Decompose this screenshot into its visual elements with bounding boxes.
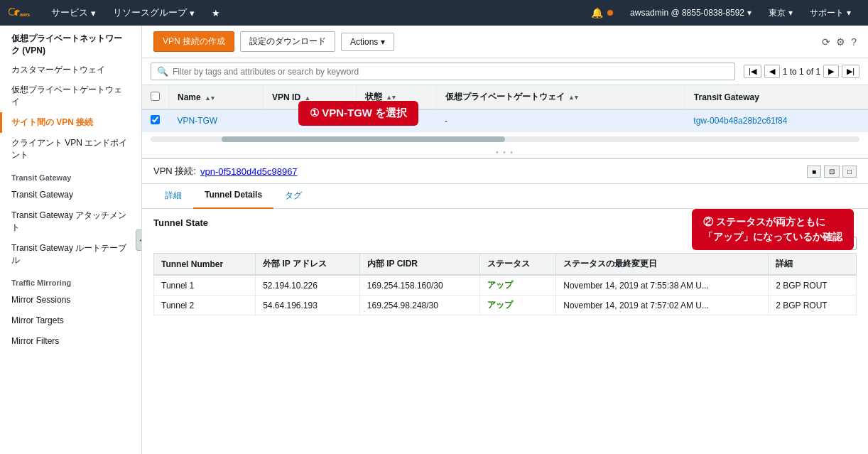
tunnel-status: アップ [480,275,556,296]
page-next-btn[interactable]: ▶ [823,65,839,78]
tab-tunnel-details[interactable]: Tunnel Details [193,184,273,209]
nav-region[interactable]: 東京 ▾ [760,0,801,26]
nav-bookmark[interactable]: ★ [203,0,229,26]
tgw-link[interactable]: tgw-004b48a28b2c61f84 [693,116,787,126]
inner-col-status: ステータス [480,254,556,276]
panel-btn-1[interactable]: ■ [807,166,821,178]
vpn-table: Name ▲▾ VPN ID ▲ 状態 ▲▾ [142,85,868,132]
tunnel-table: Tunnel Number 外部 IP アドレス 内部 IP CIDR ステータ… [153,253,857,315]
row-checkbox[interactable] [151,115,160,124]
inner-table-wrap: |◀ ◀ 1 to 2 of 2 ▶ ▶| Tunnel Number 外部 I… [153,234,857,315]
tunnel-number: Tunnel 1 [154,275,256,296]
tunnel-int-cidr: 169.254.158.160/30 [359,275,479,296]
toolbar: VPN 接続の作成 設定のダウンロード Actions ▾ ⟳ ⚙ ? [142,26,868,58]
tunnel-number: Tunnel 2 [154,296,256,315]
hscroll-area [142,132,868,146]
download-config-btn[interactable]: 設定のダウンロード [240,31,335,52]
tunnel-detail: 2 BGP ROUT [769,296,857,315]
sidebar-item-mirror-targets[interactable]: Mirror Targets [0,310,141,331]
inner-col-int-cidr: 内部 IP CIDR [359,254,479,276]
inner-page-last[interactable]: ▶| [839,237,857,250]
page-first-btn[interactable]: |◀ [744,65,761,78]
search-pagination: |◀ ◀ 1 to 1 of 1 ▶ ▶| [744,65,859,78]
nav-user[interactable]: awsadmin @ 8855-0838-8592 ▾ [622,0,760,26]
panel-tabs: 詳細 Tunnel Details タグ [142,184,868,209]
sidebar-item-mirror-sessions[interactable]: Mirror Sessions [0,290,141,310]
nav-services[interactable]: サービス ▾ [43,0,104,26]
nav-resource-groups[interactable]: リソースグループ ▾ [104,0,203,26]
inner-pagination: |◀ ◀ 1 to 2 of 2 ▶ ▶| [153,234,857,253]
sidebar-item-vpg[interactable]: 仮想プライベートゲートウェイ [0,80,141,112]
settings-icon[interactable]: ⚙ [836,36,845,48]
tunnel-int-cidr: 169.254.98.248/30 [359,296,479,315]
tunnel-status: アップ [480,296,556,315]
col-tgw: Transit Gateway [685,85,868,109]
panel-btn-2[interactable]: ⊡ [824,166,840,178]
tunnel-row[interactable]: Tunnel 1 52.194.10.226 169.254.158.160/3… [154,275,857,296]
sidebar-item-tgw-attach[interactable]: Transit Gateway アタッチメント [0,205,141,238]
inner-page-next[interactable]: ▶ [820,237,836,250]
vpn-id-link[interactable]: vpn-0f5180d4d5c98967 [200,166,298,177]
refresh-icon[interactable]: ⟳ [822,36,830,48]
create-vpn-btn[interactable]: VPN 接続の作成 [153,31,234,52]
actions-btn[interactable]: Actions ▾ [341,33,394,51]
sidebar-collapse-btn[interactable]: ◀ [136,229,142,251]
inner-page-first[interactable]: |◀ [741,237,759,250]
nav-support[interactable]: サポート ▾ [801,0,859,26]
svg-text:aws: aws [20,11,30,18]
sidebar-item-tgw[interactable]: Transit Gateway [0,185,141,205]
status-sort-icon: ▲▾ [386,94,396,101]
page-prev-btn[interactable]: ◀ [764,65,780,78]
name-sort-icon: ▲▾ [205,94,215,102]
drag-handle[interactable]: • • • [142,146,868,158]
search-input-wrap: 🔍 [151,63,735,80]
tunnel-last-changed: November 14, 2019 at 7:55:38 AM U... [556,275,769,296]
help-icon[interactable]: ? [851,36,857,48]
sidebar-tgw-title: Transit Gateway [0,165,141,185]
col-vpn-id: VPN ID ▲ [264,85,357,109]
bottom-panel-header: VPN 接続: vpn-0f5180d4d5c98967 ■ ⊡ □ [142,159,868,184]
sidebar-mirror-title: Traffic Mirroring [0,270,141,290]
cell-vpg: - [436,109,685,132]
search-icon: 🔍 [157,66,168,77]
app-layout: ◀ 仮想プライベートネットワーク (VPN) カスタマーゲートウェイ 仮想プライ… [0,26,868,454]
cell-vpn-id [264,109,357,132]
sidebar-item-tgw-route[interactable]: Transit Gateway ルートテーブル [0,238,141,271]
page-last-btn[interactable]: ▶| [842,65,859,78]
panel-content: Tunnel State |◀ ◀ 1 to 2 of 2 ▶ ▶| Tunne… [142,209,868,454]
tunnel-ext-ip: 54.64.196.193 [256,296,360,315]
tunnel-detail: 2 BGP ROUT [769,275,857,296]
sidebar-item-client-vpn[interactable]: クライアント VPN エンドポイント [0,133,141,166]
sidebar: ◀ 仮想プライベートネットワーク (VPN) カスタマーゲートウェイ 仮想プライ… [0,26,142,454]
bottom-panel: VPN 接続: vpn-0f5180d4d5c98967 ■ ⊡ □ 詳細 Tu… [142,158,868,454]
sidebar-section-vpn-title: 仮想プライベートネットワーク (VPN) [11,33,130,57]
vpn-label: VPN 接続: [153,165,196,178]
top-navigation: aws サービス ▾ リソースグループ ▾ ★ 🔔 awsadmin @ 885… [0,0,868,26]
vpn-name-link[interactable]: VPN-TGW [178,116,218,126]
nav-bell[interactable]: 🔔 [582,0,622,26]
search-bar: 🔍 |◀ ◀ 1 to 1 of 1 ▶ ▶| [142,58,868,85]
table-row[interactable]: VPN-TGW - tgw- [142,109,868,132]
select-all-checkbox[interactable] [151,92,160,101]
sidebar-item-mirror-filters[interactable]: Mirror Filters [0,331,141,352]
col-name: Name ▲▾ [169,85,264,109]
tab-details[interactable]: 詳細 [153,184,193,209]
tunnel-ext-ip: 52.194.10.226 [256,275,360,296]
search-input[interactable] [173,67,729,77]
inner-page-prev[interactable]: ◀ [761,237,777,250]
cell-name: VPN-TGW [169,109,264,132]
inner-col-number: Tunnel Number [154,254,256,276]
tunnel-last-changed: November 14, 2019 at 7:57:02 AM U... [556,296,769,315]
inner-col-last-changed: ステータスの最終変更日 [556,254,769,276]
vpnid-sort-icon: ▲ [304,94,310,102]
vpn-table-container: Name ▲▾ VPN ID ▲ 状態 ▲▾ [142,85,868,132]
aws-logo[interactable]: aws [9,6,31,20]
sidebar-item-customer-gateway[interactable]: カスタマーゲートウェイ [0,60,141,80]
notification-dot [607,10,613,16]
col-status: 状態 ▲▾ [356,85,436,109]
tab-tags[interactable]: タグ [273,184,313,209]
panel-btn-3[interactable]: □ [842,166,857,178]
tunnel-row[interactable]: Tunnel 2 54.64.196.193 169.254.98.248/30… [154,296,857,315]
inner-col-detail: 詳細 [769,254,857,276]
sidebar-item-site-vpn[interactable]: サイト間の VPN 接続 [0,112,141,133]
